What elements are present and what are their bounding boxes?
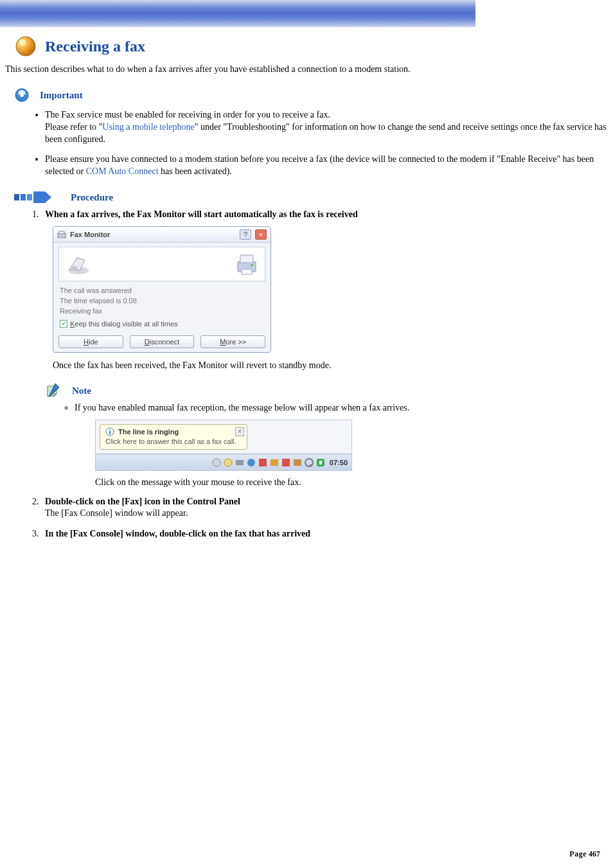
important-item: Please ensure you have connected to a mo… [45,154,608,178]
svg-rect-6 [27,194,32,200]
btn-text: ide [89,338,98,346]
keep-visible-checkbox[interactable]: ✓ KKeep this dialog visible at all times… [53,316,271,332]
tray-icon[interactable] [246,457,256,468]
page-number: Page 467 [569,849,600,859]
intro-text: This section describes what to do when a… [0,60,613,84]
help-button[interactable]: ? [240,229,251,240]
svg-rect-20 [236,460,244,465]
balloon-title: The line is ringing [118,428,179,436]
page-title: Receiving a fax [45,38,145,55]
balloon-close-button[interactable]: × [235,427,244,436]
important-item-text: has been activated). [159,166,232,176]
step-3: In the [Fax Console] window, double-clic… [41,529,613,539]
note-list: If you have enabled manual fax reception… [75,403,613,488]
fax-icon [57,230,66,239]
note-label: Note [72,385,91,396]
svg-rect-5 [21,194,26,200]
checkbox-icon: ✓ [60,320,67,328]
link-com-auto-connect[interactable]: COM Auto Connect [86,166,159,176]
note-item: If you have enabled manual fax reception… [75,403,613,488]
balloon-tip[interactable]: × The line is ringing Click here to answ… [100,424,247,450]
status-line: The call was answered [53,285,271,296]
important-list: The Fax service must be enabled for rece… [45,109,613,177]
tray-clock: 07:50 [330,459,348,466]
fax-monitor-dialog: Fax Monitor ? × The call was answered [53,226,271,353]
balloon-screenshot: × The line is ringing Click here to answ… [95,420,352,471]
status-line: The time elapsed is 0:08 [53,296,271,306]
svg-rect-4 [14,194,19,200]
accel: H [84,338,89,346]
svg-rect-29 [319,461,322,465]
svg-point-3 [20,93,24,97]
balloon-title-row: The line is ringing [105,427,242,436]
important-item: The Fax service must be enabled for rece… [45,109,608,146]
tray-icon[interactable] [269,457,280,468]
svg-rect-23 [271,459,278,466]
important-header: Important [0,87,613,103]
svg-rect-22 [259,459,267,466]
tray-icon[interactable] [292,457,303,468]
tray-icon[interactable] [235,457,245,468]
step-title: Double-click on the [Fax] icon in the Co… [45,497,240,506]
checkbox-label-visible: eep this dialog visible at all times [75,320,177,328]
btn-text: ore >> [226,338,246,346]
note-text: If you have enabled manual fax reception… [75,403,409,412]
procedure-icon [14,190,53,204]
svg-rect-16 [109,431,111,434]
svg-point-17 [109,429,111,430]
status-line: Receiving fax [53,306,271,316]
important-icon [14,87,30,103]
procedure-header: Procedure [0,190,613,204]
section-icon [14,35,37,58]
tray-icon[interactable] [304,457,314,468]
accel: D [145,338,150,346]
hide-button[interactable]: Hide [58,335,123,348]
system-tray: 07:50 [96,454,351,470]
info-icon [105,427,114,436]
svg-point-0 [16,37,35,56]
disconnect-button[interactable]: Disconnect [130,335,195,348]
dialog-titlebar: Fax Monitor ? × [53,227,271,243]
svg-rect-8 [59,231,64,234]
svg-point-14 [251,264,253,267]
link-mobile-telephone[interactable]: Using a mobile telephone [102,122,194,132]
page-label: Page [569,849,587,858]
svg-rect-12 [240,255,253,263]
step-body-text: Once the fax has been received, the Fax … [53,360,613,371]
step-body-text: The [Fax Console] window will appear. [45,508,613,518]
dialog-animation-area [58,247,265,281]
step-title: In the [Fax Console] window, double-clic… [45,529,310,538]
svg-point-21 [247,459,255,466]
more-button[interactable]: More >> [200,335,265,348]
svg-point-19 [224,459,232,466]
tray-icon[interactable] [281,457,291,468]
balloon-body: Click here to answer this call as a fax … [105,438,242,445]
tray-icon[interactable] [315,457,326,468]
top-banner [0,0,475,27]
tray-icon[interactable] [223,457,233,468]
svg-rect-25 [294,459,301,466]
note-header: Note [45,382,613,399]
close-button[interactable]: × [255,229,267,240]
important-item-text: The Fax service must be enabled for rece… [45,110,330,120]
page-number-value: 467 [589,849,600,858]
dialog-button-row: Hide Disconnect More >> [53,332,271,352]
title-row: Receiving a fax [0,32,613,60]
btn-text: isconnect [150,338,179,346]
tray-icon[interactable] [211,457,222,468]
tray-icon[interactable] [258,457,268,468]
svg-point-1 [19,39,26,46]
svg-rect-13 [242,269,252,274]
svg-point-18 [213,459,220,466]
svg-rect-24 [282,459,290,466]
step-title: When a fax arrives, the Fax Monitor will… [45,209,358,219]
step-2: Double-click on the [Fax] icon in the Co… [41,497,613,518]
step-1: When a fax arrives, the Fax Monitor will… [41,209,613,488]
accel: M [220,338,226,346]
svg-point-10 [71,266,78,270]
scanner-icon [66,251,91,277]
printer-icon [235,251,258,277]
procedure-label: Procedure [71,192,113,203]
important-label: Important [40,90,83,101]
note-after-text: Click on the message with your mouse to … [95,477,613,488]
